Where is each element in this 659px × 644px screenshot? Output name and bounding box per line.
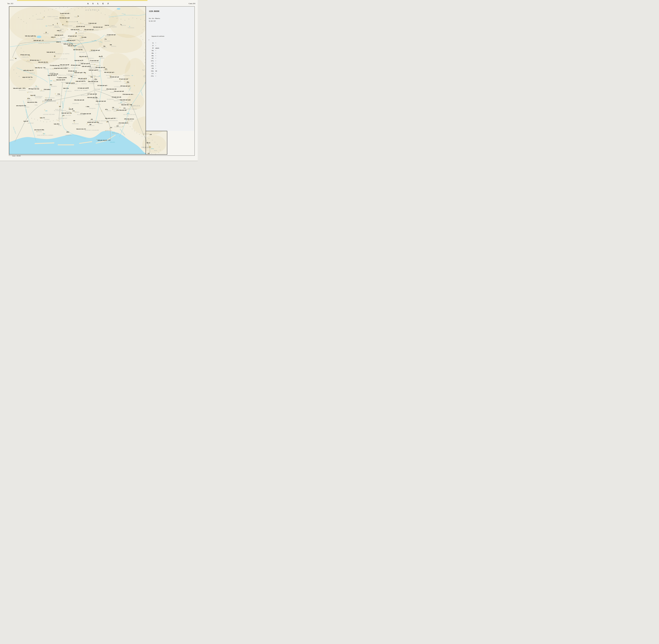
map-subtitle: Iris - Iris - Maurica xyxy=(149,18,160,19)
apparato-point-number: 40 xyxy=(149,47,154,49)
apparato-row: 164alūš xyxy=(149,70,159,72)
apparato-row: 107a+ xyxy=(149,60,159,62)
apparato-row: 80a+ xyxy=(149,54,159,57)
apparato-point-value: + xyxy=(155,65,156,67)
apparato-point-value: + xyxy=(155,54,156,57)
page-top-color-strip xyxy=(17,0,147,1)
apparato-row: 68a+ xyxy=(149,52,159,54)
sheet-number-right: Carta 293 xyxy=(189,2,195,5)
apparato-row: 138+ xyxy=(149,67,159,70)
apparato-row: 23+ xyxy=(149,44,159,47)
apparato-point-value: + xyxy=(155,44,156,47)
apparato-point-value: lūš xyxy=(155,70,157,72)
legend-circle-symbol: ○ xyxy=(149,39,150,41)
atlas-sheet: Tav. 353 A S L E F Carta 293 xyxy=(0,0,198,161)
apparato-row: 56a+ xyxy=(149,49,159,52)
apparato-point-value: + xyxy=(155,52,156,54)
apparato-point-number: 119a xyxy=(149,65,154,67)
apparato-row: 105+ xyxy=(149,57,159,60)
apparato-point-number: 105 xyxy=(149,57,154,60)
apparato-point-number: 164a xyxy=(149,70,154,72)
apparato-point-value: + xyxy=(155,57,156,60)
apparato-point-number: 2a xyxy=(149,42,154,44)
apparato-row: 119a+ xyxy=(149,65,159,67)
apparato-point-value: + xyxy=(155,67,156,70)
apparato-point-value: + xyxy=(155,75,156,77)
atlas-title: A S L E F xyxy=(87,2,111,5)
map-title: 1229. IRIDE xyxy=(149,10,160,13)
apparato-point-number: 107a xyxy=(149,60,154,62)
apparato-point-number: 68a xyxy=(149,52,154,54)
apparato-point-number: 56a xyxy=(149,49,154,52)
apparato-point-value: púpula xyxy=(155,47,159,49)
apparato-point-number: 213 xyxy=(149,72,154,75)
map-frame-main xyxy=(9,6,146,155)
questionnaire-ref: Q. ALI 149 xyxy=(149,20,156,22)
apparato-point-number: 23 xyxy=(149,44,154,47)
apparato-row: 215a+ xyxy=(149,75,159,77)
map-scale: Scala 1: 300.000 xyxy=(12,155,21,157)
map-frame-notch xyxy=(146,131,167,155)
apparato-row: 2a+ xyxy=(149,42,159,44)
sheet-number-left: Tav. 353 xyxy=(7,2,13,5)
apparato-point-number: 115 xyxy=(149,62,154,65)
apparato-point-value: + xyxy=(155,42,156,44)
apparato-point-value: + xyxy=(155,49,156,52)
apparato-row: 115+ xyxy=(149,62,159,65)
apparato-point-number: 215a xyxy=(149,75,154,77)
apparato-list: 2a+23+40púpula56a+68a+80a+105+107a+115+1… xyxy=(149,42,159,77)
page-bottom-edge xyxy=(0,161,198,161)
apparato-point-value: + xyxy=(155,60,156,62)
apparato-row: 213+ xyxy=(149,72,159,75)
apparato-title: Apparato di confronto xyxy=(152,35,164,37)
apparato-point-value: + xyxy=(155,62,156,65)
apparato-row: 40púpula xyxy=(149,47,159,49)
apparato-point-value: + xyxy=(155,72,156,75)
apparato-point-number: 80a xyxy=(149,54,154,57)
apparato-point-number: 138 xyxy=(149,67,154,70)
